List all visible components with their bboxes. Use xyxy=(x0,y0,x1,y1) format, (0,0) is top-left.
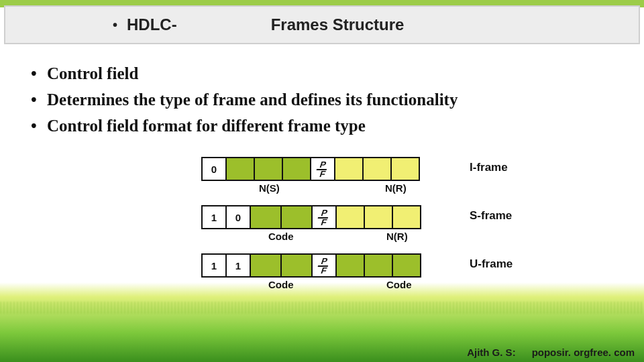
color-cell xyxy=(390,157,420,181)
content-area: Control field Determines the type of fra… xyxy=(27,62,617,140)
color-cell xyxy=(362,157,392,181)
field-label: N(S) xyxy=(259,182,280,194)
pf-cell: PF xyxy=(311,253,337,278)
frame-type-label: U-frame xyxy=(470,257,513,271)
bit-cell: 0 xyxy=(225,205,251,229)
bullet-item: Control field xyxy=(27,62,617,85)
slide-title-box: • HDLC- Frames Structure xyxy=(4,5,640,44)
decorative-grass xyxy=(0,302,644,314)
pf-cell: PF xyxy=(311,205,337,229)
bit-cells: 0PF xyxy=(201,157,443,181)
frame-type-label: S-frame xyxy=(470,209,512,223)
control-field-diagram: 0PFI-frameN(S)N(R)10PFS-frameCodeN(R)11P… xyxy=(201,157,557,302)
color-cell xyxy=(335,253,365,278)
bullet-item: Determines the type of frame and defines… xyxy=(27,88,617,111)
bit-cell: 1 xyxy=(201,253,227,278)
color-cell xyxy=(225,157,255,181)
color-cell xyxy=(280,205,313,229)
frame-row: 10PFS-frameCodeN(R) xyxy=(201,205,557,232)
frame-row: 11PFU-frameCodeCode xyxy=(201,253,557,280)
color-cell xyxy=(392,253,421,278)
frame-row: 0PFI-frameN(S)N(R) xyxy=(201,157,557,184)
field-label: Code xyxy=(386,279,412,290)
bit-cell: 1 xyxy=(225,253,251,278)
bit-cell: 1 xyxy=(201,205,227,229)
field-label: Code xyxy=(268,231,294,242)
color-cell xyxy=(250,205,282,229)
color-cell xyxy=(334,157,364,181)
pf-cell: PF xyxy=(310,157,335,181)
site-label: poposir. orgfree. com xyxy=(532,347,635,358)
color-cell xyxy=(335,205,365,229)
color-cell xyxy=(392,205,421,229)
field-label: N(R) xyxy=(385,182,407,194)
bullet-item: Control field format for different frame… xyxy=(27,114,617,137)
bit-cells: 11PF xyxy=(201,253,443,278)
color-cell xyxy=(364,253,393,278)
bullet-icon: • xyxy=(113,17,117,33)
footer: Ajith G. S: poposir. orgfree. com xyxy=(467,347,635,358)
color-cell xyxy=(364,205,393,229)
frame-type-label: I-frame xyxy=(470,161,508,174)
color-cell xyxy=(282,157,311,181)
title-left: HDLC- xyxy=(127,15,177,34)
color-cell xyxy=(250,253,282,278)
color-cell xyxy=(254,157,283,181)
bit-cell: 0 xyxy=(201,157,227,181)
color-cell xyxy=(280,253,313,278)
field-label: N(R) xyxy=(386,231,408,242)
field-label: Code xyxy=(268,279,294,290)
author-label: Ajith G. S: xyxy=(467,347,516,358)
title-right: Frames Structure xyxy=(271,15,405,34)
bullet-list: Control field Determines the type of fra… xyxy=(27,62,617,137)
bit-cells: 10PF xyxy=(201,205,443,229)
